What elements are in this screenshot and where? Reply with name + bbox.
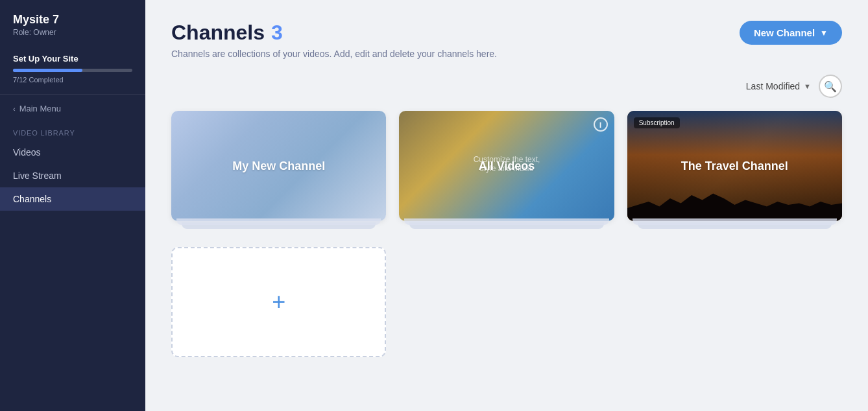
site-role: Role: Owner [13, 28, 132, 37]
search-button[interactable]: 🔍 [819, 75, 842, 98]
subscription-badge: Subscription [634, 117, 680, 128]
card-shadow-1-travel [633, 218, 837, 225]
channel-card-inner-travel[interactable]: Subscription The Travel Channel [627, 111, 842, 221]
channel-card-my-new-channel[interactable]: My New Channel [171, 111, 386, 221]
video-library-label: Video Library [0, 120, 145, 141]
progress-bar-background [13, 69, 132, 72]
sort-dropdown[interactable]: Last Modified ▼ [746, 81, 811, 91]
page-title-area: Channels 3 Channels are collections of y… [171, 21, 497, 59]
channel-card-all-videos[interactable]: i Customize the text, style and music Al… [399, 111, 614, 221]
channel-card-thumbnail-travel: Subscription The Travel Channel [627, 111, 842, 221]
page-subtitle: Channels are collections of your videos.… [171, 49, 497, 59]
sidebar-item-channels[interactable]: Channels [0, 187, 145, 211]
card-shadow-1-all-videos [404, 218, 609, 225]
channels-grid: My New Channel i Customize the text, sty… [171, 111, 842, 357]
sidebar-item-label-channels: Channels [13, 194, 51, 204]
page-title: Channels 3 [171, 21, 497, 45]
channel-diagonal-bg: i Customize the text, style and music Al… [399, 111, 614, 221]
channel-customize-text: Customize the text, style and music [468, 155, 546, 173]
new-channel-button-label: New Channel [754, 27, 815, 38]
channel-count-badge: 3 [271, 21, 283, 45]
info-badge: i [594, 117, 608, 132]
add-channel-card[interactable]: + [171, 247, 386, 357]
page-title-text: Channels [171, 21, 265, 45]
toolbar: Last Modified ▼ 🔍 [171, 75, 842, 98]
channel-card-thumbnail-my-new-channel: My New Channel [171, 111, 386, 221]
main-content: Channels 3 Channels are collections of y… [145, 0, 868, 411]
channel-gradient-bg: My New Channel [171, 111, 386, 221]
search-icon: 🔍 [824, 80, 837, 93]
setup-title: Set Up Your Site [13, 54, 132, 64]
new-channel-button[interactable]: New Channel ▼ [740, 21, 842, 45]
sidebar-item-videos[interactable]: Videos [0, 141, 145, 164]
sidebar-nav: Videos Live Stream Channels [0, 141, 145, 211]
page-header: Channels 3 Channels are collections of y… [171, 21, 842, 59]
channel-photo-bg-travel: Subscription The Travel Channel [627, 111, 842, 221]
main-menu-toggle[interactable]: ‹ Main Menu [0, 95, 145, 120]
main-menu-label: Main Menu [19, 104, 61, 113]
sidebar-item-label-videos: Videos [13, 147, 41, 158]
channel-card-travel[interactable]: Subscription The Travel Channel [627, 111, 842, 221]
card-shadow-1 [176, 218, 381, 225]
sidebar-item-label-live-stream: Live Stream [13, 170, 62, 181]
site-name: Mysite 7 [13, 13, 132, 27]
channel-card-thumbnail-all-videos: i Customize the text, style and music Al… [399, 111, 614, 221]
setup-section: Set Up Your Site 7/12 Completed [0, 47, 145, 95]
sort-label: Last Modified [746, 81, 800, 91]
chevron-left-icon: ‹ [13, 105, 16, 113]
channel-title-travel: The Travel Channel [671, 159, 799, 173]
chevron-down-icon: ▼ [820, 29, 828, 38]
channel-card-inner-my-new-channel[interactable]: My New Channel [171, 111, 386, 221]
add-channel-icon: + [272, 290, 285, 314]
sidebar: Mysite 7 Role: Owner Set Up Your Site 7/… [0, 0, 145, 411]
chevron-down-sort-icon: ▼ [804, 82, 811, 90]
setup-progress-count: 7/12 Completed [13, 76, 132, 84]
channel-title-my-new-channel: My New Channel [222, 159, 335, 173]
progress-bar-fill [13, 69, 82, 72]
site-info: Mysite 7 Role: Owner [0, 0, 145, 47]
sidebar-item-live-stream[interactable]: Live Stream [0, 164, 145, 187]
channel-card-inner-all-videos[interactable]: i Customize the text, style and music Al… [399, 111, 614, 221]
